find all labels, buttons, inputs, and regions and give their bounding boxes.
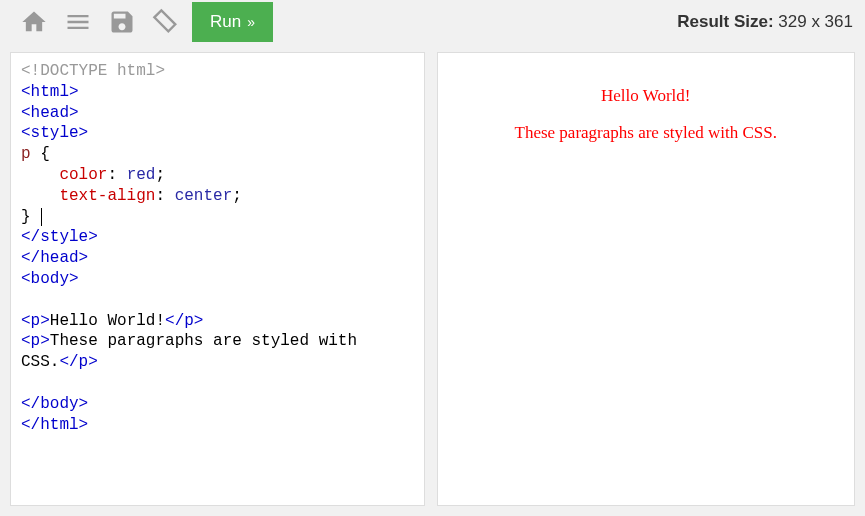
- rotate-icon: [152, 8, 180, 36]
- result-size: Result Size: 329 x 361: [677, 12, 857, 32]
- result-size-value: 329 x 361: [778, 12, 853, 31]
- save-icon: [108, 8, 136, 36]
- toolbar: Run » Result Size: 329 x 361: [0, 0, 865, 44]
- code-editor[interactable]: <!DOCTYPE html> <html> <head> <style> p …: [10, 52, 425, 506]
- run-button[interactable]: Run »: [192, 2, 273, 42]
- preview-paragraph: These paragraphs are styled with CSS.: [450, 123, 843, 143]
- text-cursor: [41, 208, 42, 226]
- preview-paragraph: Hello World!: [450, 86, 843, 106]
- run-arrow-icon: »: [247, 14, 255, 30]
- save-button[interactable]: [100, 0, 144, 44]
- menu-button[interactable]: [56, 0, 100, 44]
- result-size-label: Result Size:: [677, 12, 773, 31]
- panes: <!DOCTYPE html> <html> <head> <style> p …: [0, 44, 865, 516]
- home-icon: [20, 8, 48, 36]
- menu-icon: [64, 8, 92, 36]
- run-label: Run: [210, 12, 241, 32]
- rotate-button[interactable]: [144, 0, 188, 44]
- preview-pane: Hello World! These paragraphs are styled…: [437, 52, 856, 506]
- home-button[interactable]: [12, 0, 56, 44]
